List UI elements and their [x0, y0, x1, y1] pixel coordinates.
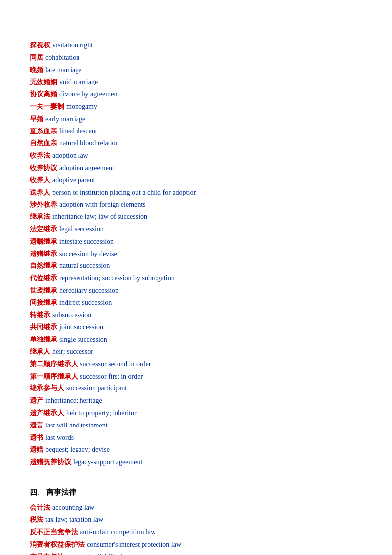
english-translation: representation; succession by subrogatio…: [59, 272, 175, 284]
list-item: 收养法 adoption law: [30, 150, 362, 162]
list-item: 世袭继承 hereditary succession: [30, 285, 362, 297]
chinese-term: 第二顺序继承人: [30, 358, 78, 370]
chinese-term: 无效婚姻: [30, 76, 57, 88]
english-translation: visitation right: [52, 40, 93, 51]
chinese-term: 产品责任法: [30, 551, 64, 555]
english-translation: void marriage: [59, 76, 98, 88]
list-item: 收养人 adoptive parent: [30, 174, 362, 186]
english-translation: subsuccession: [52, 309, 91, 321]
list-item: 无效婚姻 void marriage: [30, 76, 362, 88]
list-item: 继承法 inheritance law; law of succession: [30, 211, 362, 223]
english-translation: adoption agreement: [59, 162, 114, 174]
chinese-term: 早婚: [30, 113, 43, 125]
english-translation: monogamy: [66, 101, 97, 113]
english-translation: hereditary succession: [59, 285, 118, 297]
list-item: 送养人 person or institution placing out a …: [30, 187, 362, 199]
chinese-term: 间接继承: [30, 297, 57, 309]
english-translation: tax law; taxation law: [45, 514, 103, 526]
list-item: 同居 cohabitation: [30, 52, 362, 64]
chinese-term: 收养人: [30, 174, 50, 186]
chinese-term: 消费者权益保护法: [30, 539, 85, 551]
chinese-term: 单独继承: [30, 334, 57, 345]
chinese-term: 探视权: [30, 40, 50, 51]
list-item: 遗赠继承 succession by devise: [30, 248, 362, 260]
english-translation: late marriage: [45, 64, 81, 76]
chinese-term: 继承法: [30, 211, 50, 223]
english-translation: natural succession: [59, 260, 110, 272]
chinese-term: 反不正当竞争法: [30, 526, 78, 538]
chinese-term: 第一顺序继承人: [30, 371, 78, 383]
chinese-term: 协议离婚: [30, 88, 57, 100]
english-translation: accounting law: [52, 502, 94, 513]
list-item: 继承参与人 succession participant: [30, 383, 362, 394]
english-translation: adoption with foreign elements: [59, 199, 146, 211]
main-content: 探视权 visitation right同居 cohabitation晚婚 la…: [30, 40, 362, 555]
chinese-term: 自然血亲: [30, 137, 57, 149]
list-item: 转继承 subsuccession: [30, 309, 362, 321]
chinese-term: 送养人: [30, 187, 50, 199]
english-translation: successor second in order: [80, 358, 151, 370]
chinese-term: 晚婚: [30, 64, 43, 76]
list-item: 探视权 visitation right: [30, 40, 362, 51]
english-translation: inheritance law; law of succession: [52, 211, 147, 223]
list-item: 会计法 accounting law: [30, 502, 362, 513]
english-translation: succession participant: [66, 383, 127, 394]
list-item: 税法 tax law; taxation law: [30, 514, 362, 526]
chinese-term: 遗赠继承: [30, 248, 57, 260]
list-item: 晚婚 late marriage: [30, 64, 362, 76]
chinese-term: 遗嘱继承: [30, 236, 57, 248]
list-item: 单独继承 single succession: [30, 334, 362, 345]
chinese-term: 继承人: [30, 346, 50, 358]
chinese-term: 遗产: [30, 395, 43, 407]
list-item: 遗书 last words: [30, 432, 362, 444]
english-translation: divorce by agreement: [59, 88, 119, 100]
chinese-term: 法定继承: [30, 223, 57, 235]
list-item: 遗嘱继承 intestate succession: [30, 236, 362, 248]
english-translation: last will and testament: [45, 420, 108, 431]
list-item: 代位继承 representation; succession by subro…: [30, 272, 362, 284]
english-translation: natural blood relation: [59, 137, 119, 149]
chinese-term: 收养协议: [30, 162, 57, 174]
chinese-term: 遗言: [30, 420, 43, 431]
section-header: 四、 商事法律: [30, 486, 362, 499]
chinese-term: 转继承: [30, 309, 50, 321]
list-item: 间接继承 indirect succession: [30, 297, 362, 309]
list-item: 法定继承 legal seccession: [30, 223, 362, 235]
chinese-term: 同居: [30, 52, 43, 64]
list-item: 产品责任法 production liability law: [30, 551, 362, 555]
list-item: 遗言 last will and testament: [30, 420, 362, 431]
english-translation: legal seccession: [59, 223, 104, 235]
english-translation: inheritance; heritage: [45, 395, 102, 407]
english-translation: last words: [45, 432, 74, 444]
list-item: 消费者权益保护法 consumer's interest protection …: [30, 539, 362, 551]
english-translation: anti-unfair competition law: [80, 526, 156, 538]
english-translation: legacy-support ageement: [73, 456, 142, 468]
english-translation: succession by devise: [59, 248, 117, 260]
chinese-term: 涉外收养: [30, 199, 57, 211]
chinese-term: 会计法: [30, 502, 50, 513]
list-item: 自然血亲 natural blood relation: [30, 137, 362, 149]
chinese-term: 遗赠: [30, 444, 43, 456]
list-item: 遗赠抚养协议 legacy-support ageement: [30, 456, 362, 468]
chinese-term: 自然继承: [30, 260, 57, 272]
english-translation: lineal descent: [59, 126, 97, 137]
english-translation: consumer's interest protection law: [87, 539, 181, 551]
list-item: 涉外收养 adoption with foreign elements: [30, 199, 362, 211]
chinese-term: 继承参与人: [30, 383, 64, 394]
english-translation: production liability law: [66, 551, 131, 555]
chinese-term: 世袭继承: [30, 285, 57, 297]
chinese-term: 遗赠抚养协议: [30, 456, 71, 468]
list-item: 收养协议 adoption agreement: [30, 162, 362, 174]
chinese-term: 遗书: [30, 432, 43, 444]
english-translation: bequest; legacy; devise: [45, 444, 110, 456]
entries-list: 探视权 visitation right同居 cohabitation晚婚 la…: [30, 40, 362, 468]
list-item: 遗产继承人 heir to property; inheritor: [30, 407, 362, 419]
list-item: 一夫一妻制 monogamy: [30, 101, 362, 113]
chinese-term: 收养法: [30, 150, 50, 162]
list-item: 遗赠 bequest; legacy; devise: [30, 444, 362, 456]
list-item: 早婚 early marriage: [30, 113, 362, 125]
english-translation: indirect succession: [59, 297, 112, 309]
list-item: 共同继承 joint succession: [30, 321, 362, 333]
english-translation: adoptive parent: [52, 174, 95, 186]
chinese-term: 一夫一妻制: [30, 101, 64, 113]
